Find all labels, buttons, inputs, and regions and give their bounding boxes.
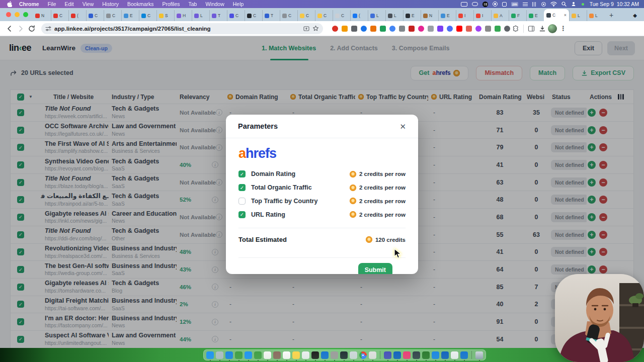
browser-tab[interactable]: ( [350,10,368,21]
browser-tab[interactable]: I [456,10,473,21]
dock-icon[interactable] [235,351,243,359]
browser-tab[interactable]: T [209,10,227,21]
address-bar[interactable]: app.linkee.ai/projects/3517/campaign/270… [41,23,323,34]
forward-button[interactable] [15,23,26,34]
side-panel-icon[interactable] [526,23,537,34]
browser-tab[interactable]: L [569,10,587,21]
menu-item-file[interactable]: File [48,1,56,7]
dock-icon[interactable] [460,351,468,359]
spotlight-search-icon[interactable] [561,2,567,7]
record-icon[interactable] [493,2,498,7]
extension-icon[interactable] [389,26,395,32]
dock-icon[interactable] [302,351,309,359]
browser-tab[interactable]: ( [68,10,86,21]
dock-icon[interactable] [331,351,338,359]
browser-tab[interactable]: C [227,10,245,21]
window-close-button[interactable] [6,12,11,17]
browser-tab[interactable]: L [385,10,403,21]
extension-icon[interactable] [447,26,453,32]
menu-lines-icon[interactable] [523,2,528,6]
chrome-menu-icon[interactable]: ⋮ [560,25,567,32]
menu-item-view[interactable]: View [83,1,94,7]
browser-tab[interactable]: E [403,10,421,21]
reload-button[interactable] [26,23,37,34]
extension-icon[interactable] [495,26,501,32]
extension-icon[interactable] [475,26,481,32]
extension-icon[interactable] [399,26,405,32]
browser-tab[interactable]: H [174,10,192,21]
new-tab-button[interactable]: + [606,10,616,20]
dock-icon[interactable] [350,351,357,359]
browser-tab[interactable]: C [245,10,262,21]
extension-icon[interactable] [370,26,376,32]
dock-icon[interactable] [432,351,439,359]
browser-tab[interactable]: S [156,10,174,21]
browser-tab[interactable]: C [297,10,315,21]
dock-icon[interactable] [441,351,449,359]
window-minimize-button[interactable] [15,12,20,17]
browser-tab[interactable]: C [139,10,156,21]
browser-tab[interactable]: E [526,10,544,21]
menu-item-chrome[interactable]: Chrome [19,1,39,7]
install-app-icon[interactable] [303,26,309,32]
option-checkbox[interactable]: ✓ [238,211,246,218]
dock-icon[interactable] [254,351,262,359]
browser-tab[interactable]: A [491,10,509,21]
camera-icon[interactable] [472,2,478,6]
extension-icon[interactable] [380,26,386,32]
menu-item-edit[interactable]: Edit [65,1,74,7]
dock-icon[interactable] [225,351,233,359]
extension-icon[interactable] [456,26,462,32]
browser-tab[interactable]: I [473,10,491,21]
equalizer-icon[interactable] [532,2,537,7]
dock-icon[interactable] [451,351,458,359]
browser-tab[interactable]: C [104,10,121,21]
extension-icon[interactable] [466,26,472,32]
dock-icon[interactable] [321,351,329,359]
menu-item-help[interactable]: Help [233,1,244,7]
browser-tab[interactable]: C [280,10,297,21]
browser-tab[interactable]: L [587,10,604,21]
tab-close-icon[interactable]: × [564,13,567,18]
menu-item-window[interactable]: Window [205,1,224,7]
browser-tab[interactable]: F [509,10,526,21]
profile-avatar[interactable] [548,24,557,33]
dock-icon[interactable] [273,351,281,359]
dock-icon[interactable] [422,351,430,359]
dock-icon[interactable] [413,351,420,359]
submit-button[interactable]: Submit [358,263,392,274]
audio-levels-icon[interactable] [482,2,488,7]
status-circle-icon[interactable] [541,2,546,7]
extension-icon[interactable] [361,26,367,32]
dock-icon[interactable] [245,351,252,359]
tab-search-chevron[interactable]: ◆ [633,13,637,18]
extension-icon[interactable] [409,26,415,32]
back-button[interactable] [4,23,15,34]
dock-icon-trash[interactable] [475,351,483,359]
extensions-puzzle-icon[interactable] [510,23,521,34]
browser-tab[interactable]: C [51,10,68,21]
dock-icon[interactable] [283,351,290,359]
window-zoom-button[interactable] [23,12,28,17]
dock-icon[interactable] [292,351,300,359]
dock-icon[interactable] [264,351,271,359]
dock-icon-chrome[interactable] [359,351,367,359]
wifi-icon[interactable] [550,2,557,7]
extension-icon[interactable] [428,26,434,32]
zoom-app-icon[interactable]: zm [511,2,518,7]
dock-icon[interactable] [216,351,223,359]
url-text[interactable]: app.linkee.ai/projects/3517/campaign/270… [54,26,300,32]
extension-icon[interactable] [332,26,338,32]
downloads-icon[interactable] [537,23,548,34]
option-checkbox[interactable]: ✓ [238,184,246,191]
browser-tab[interactable]: N [33,10,51,21]
menu-bar-clock[interactable]: Tue Sep 9 10:32 AM [590,1,639,7]
browser-tab[interactable]: N [421,10,438,21]
extension-icon[interactable] [437,26,443,32]
option-checkbox[interactable] [238,198,246,205]
modal-close-icon[interactable]: ✕ [399,123,406,130]
dock-icon[interactable] [369,351,376,359]
browser-tab[interactable]: C [86,10,104,21]
menu-item-history[interactable]: History [102,1,119,7]
browser-tab[interactable]: L [192,10,209,21]
